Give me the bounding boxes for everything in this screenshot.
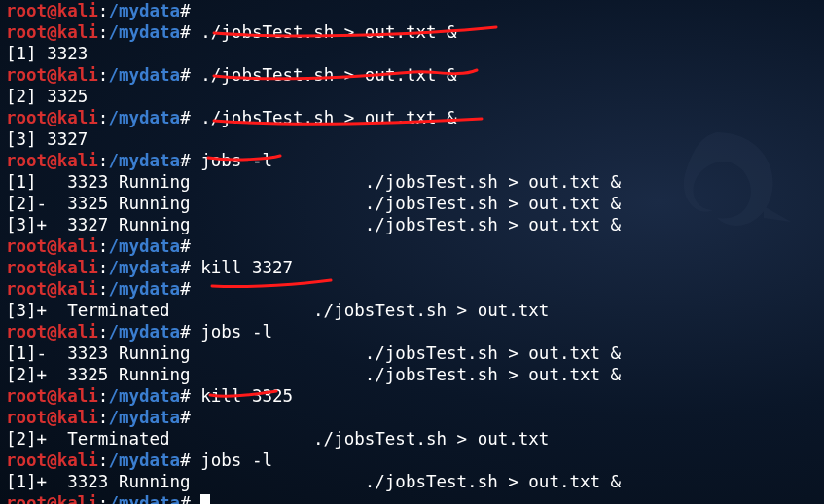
prompt-user: root (6, 108, 47, 127)
output-text: [3] 3327 (6, 129, 88, 149)
prompt-user: root (6, 386, 47, 406)
terminal-line: [3] 3327 (6, 128, 818, 150)
prompt-user: root (6, 151, 47, 170)
prompt-at: @ (47, 386, 57, 406)
prompt-at: @ (47, 65, 57, 85)
command-text: kill 3327 (200, 258, 293, 277)
command-text: jobs -l (200, 322, 272, 342)
terminal-line: root@kali:/mydata# (6, 235, 818, 257)
prompt-colon: : (98, 450, 109, 470)
prompt-host: kali (57, 322, 98, 342)
prompt-at: @ (47, 1, 57, 20)
terminal-line: [2] 3325 (6, 86, 818, 107)
prompt-host: kali (57, 108, 98, 127)
terminal-line: [3]+ Terminated ./jobsTest.sh > out.txt (6, 300, 818, 321)
command-text: ./jobsTest.sh > out.txt & (200, 22, 456, 42)
terminal-line: root@kali:/mydata# kill 3327 (6, 257, 818, 278)
prompt-colon: : (98, 1, 109, 20)
cursor[interactable] (200, 494, 210, 504)
prompt-path: /mydata (108, 108, 180, 127)
prompt-host: kali (57, 450, 98, 470)
output-text: [1]+ 3323 Running ./jobsTest.sh > out.tx… (6, 472, 621, 491)
prompt-user: root (6, 450, 47, 470)
terminal-line: [1]- 3323 Running ./jobsTest.sh > out.tx… (6, 342, 818, 364)
terminal-output[interactable]: root@kali:/mydata# root@kali:/mydata# ./… (0, 0, 824, 504)
prompt-host: kali (57, 65, 98, 85)
prompt-at: @ (47, 408, 57, 427)
prompt-at: @ (47, 279, 57, 299)
terminal-line: [1] 3323 (6, 43, 818, 64)
terminal-line: root@kali:/mydata# kill 3325 (6, 385, 818, 407)
prompt-hash: # (180, 322, 200, 342)
prompt-hash: # (180, 1, 200, 20)
prompt-colon: : (98, 322, 109, 342)
prompt-colon: : (98, 493, 109, 504)
prompt-user: root (6, 322, 47, 342)
prompt-path: /mydata (108, 450, 180, 470)
prompt-hash: # (180, 108, 200, 127)
prompt-path: /mydata (108, 22, 180, 42)
prompt-host: kali (57, 493, 98, 504)
prompt-path: /mydata (108, 493, 180, 504)
prompt-user: root (6, 65, 47, 85)
prompt-hash: # (180, 236, 200, 256)
prompt-host: kali (57, 279, 98, 299)
prompt-user: root (6, 279, 47, 299)
prompt-host: kali (57, 236, 98, 256)
prompt-host: kali (57, 408, 98, 427)
terminal-line: [2]- 3325 Running ./jobsTest.sh > out.tx… (6, 193, 818, 214)
prompt-path: /mydata (108, 386, 180, 406)
prompt-host: kali (57, 258, 98, 277)
output-text: [1] 3323 Running ./jobsTest.sh > out.txt… (6, 172, 621, 192)
command-text: jobs -l (200, 151, 272, 170)
output-text: [3]+ Terminated ./jobsTest.sh > out.txt (6, 301, 549, 320)
output-text: [2]- 3325 Running ./jobsTest.sh > out.tx… (6, 194, 621, 213)
prompt-host: kali (57, 151, 98, 170)
terminal-line: root@kali:/mydata# jobs -l (6, 450, 818, 471)
prompt-host: kali (57, 22, 98, 42)
prompt-user: root (6, 1, 47, 20)
prompt-colon: : (98, 22, 109, 42)
prompt-path: /mydata (108, 151, 180, 170)
prompt-hash: # (180, 279, 200, 299)
terminal-line: root@kali:/mydata# ./jobsTest.sh > out.t… (6, 21, 818, 43)
terminal-line: root@kali:/mydata# (6, 407, 818, 428)
terminal-line: [1] 3323 Running ./jobsTest.sh > out.txt… (6, 171, 818, 193)
terminal-line: [2]+ 3325 Running ./jobsTest.sh > out.tx… (6, 364, 818, 385)
prompt-user: root (6, 22, 47, 42)
prompt-at: @ (47, 236, 57, 256)
terminal-line: root@kali:/mydata# ./jobsTest.sh > out.t… (6, 107, 818, 128)
prompt-path: /mydata (108, 279, 180, 299)
prompt-path: /mydata (108, 258, 180, 277)
prompt-colon: : (98, 279, 109, 299)
prompt-hash: # (180, 386, 200, 406)
command-text: jobs -l (200, 450, 272, 470)
prompt-at: @ (47, 258, 57, 277)
prompt-hash: # (180, 450, 200, 470)
prompt-at: @ (47, 108, 57, 127)
output-text: [1]- 3323 Running ./jobsTest.sh > out.tx… (6, 343, 621, 363)
output-text: [2]+ Terminated ./jobsTest.sh > out.txt (6, 429, 549, 449)
prompt-hash: # (180, 65, 200, 85)
prompt-path: /mydata (108, 236, 180, 256)
terminal-line: root@kali:/mydata# jobs -l (6, 321, 818, 342)
terminal-line: [2]+ Terminated ./jobsTest.sh > out.txt (6, 428, 818, 450)
prompt-user: root (6, 258, 47, 277)
prompt-colon: : (98, 65, 109, 85)
terminal-line: root@kali:/mydata# ./jobsTest.sh > out.t… (6, 64, 818, 86)
prompt-user: root (6, 236, 47, 256)
terminal-line: root@kali:/mydata# (6, 492, 818, 504)
prompt-host: kali (57, 1, 98, 20)
output-text: [2] 3325 (6, 87, 88, 106)
prompt-host: kali (57, 386, 98, 406)
prompt-path: /mydata (108, 1, 180, 20)
command-text: ./jobsTest.sh > out.txt & (200, 65, 456, 85)
prompt-colon: : (98, 108, 109, 127)
prompt-at: @ (47, 450, 57, 470)
prompt-path: /mydata (108, 65, 180, 85)
terminal-line: root@kali:/mydata# jobs -l (6, 150, 818, 171)
prompt-hash: # (180, 258, 200, 277)
command-text: kill 3325 (200, 386, 293, 406)
prompt-at: @ (47, 22, 57, 42)
prompt-hash: # (180, 151, 200, 170)
